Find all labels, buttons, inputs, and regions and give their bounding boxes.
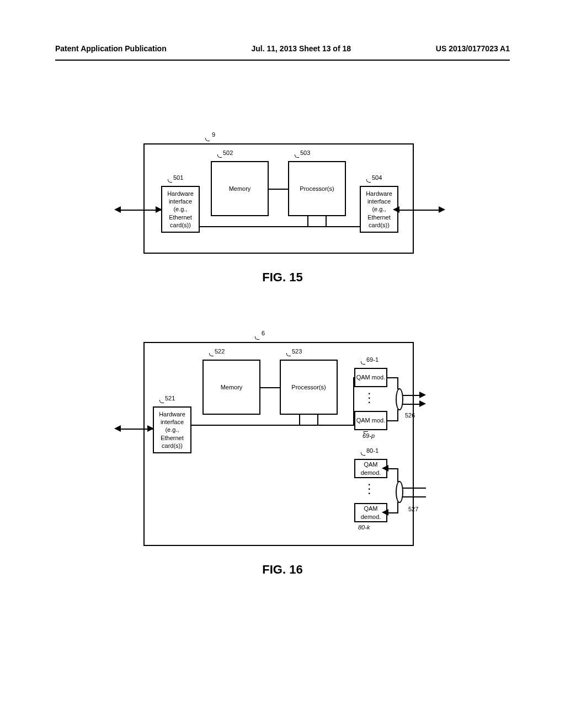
arrow-out-526a <box>419 392 426 398</box>
block-523: Processor(s) <box>280 360 338 415</box>
block-69-p: QAM mod. <box>354 411 387 430</box>
fig16-container: 6 Hardware interface (e.g., Ethernet car… <box>143 342 414 546</box>
ref-hook-69-1 <box>361 361 365 365</box>
line-proc-down1 <box>307 216 308 227</box>
block-502-text: Memory <box>229 185 251 192</box>
vdots-demod: ··· <box>368 483 370 496</box>
ref-hook-522 <box>209 353 214 356</box>
line-bus-16 <box>191 425 354 426</box>
line-522-523 <box>260 387 280 388</box>
block-521-text: Hardware interface (e.g., Ethernet card(… <box>154 410 190 449</box>
block-503-text: Processor(s) <box>300 185 334 192</box>
ref-80-k: 80-k <box>358 524 370 531</box>
ref-504: 504 <box>372 174 382 181</box>
figure-15: 9 Hardware interface (e.g., Ethernet car… <box>0 143 565 285</box>
ref-hook-6 <box>255 336 259 340</box>
combiner-526 <box>396 388 403 410</box>
fig16-label: FIG. 16 <box>0 563 565 577</box>
block-521: Hardware interface (e.g., Ethernet card(… <box>153 406 191 453</box>
fig15-label: FIG. 15 <box>0 270 565 285</box>
arrow-into-80-k <box>382 509 388 516</box>
block-501-text: Hardware interface (e.g., Ethernet card(… <box>162 190 199 229</box>
arrow-right-icon <box>439 206 445 213</box>
block-522-text: Memory <box>221 383 243 391</box>
block-522: Memory <box>202 360 260 415</box>
ref-501: 501 <box>173 174 183 181</box>
arrow-left-into-504 <box>393 206 399 213</box>
ref-hook-501 <box>168 179 172 183</box>
ref-80-1: 80-1 <box>366 447 379 454</box>
figure-16: 6 Hardware interface (e.g., Ethernet car… <box>0 342 565 577</box>
ref-69-p: 69-p <box>363 432 375 439</box>
block-69-p-text: QAM mod. <box>356 416 386 424</box>
arrow-into-80-1 <box>382 465 388 472</box>
ref-6: 6 <box>262 330 265 336</box>
ref-503: 503 <box>300 149 310 156</box>
header-right: US 2013/0177023 A1 <box>436 44 510 60</box>
ref-hook-504 <box>366 179 371 183</box>
ref-522: 522 <box>215 348 225 355</box>
ref-hook-503 <box>295 154 299 158</box>
block-69-1-text: QAM mod. <box>356 373 386 381</box>
fig15-container: 9 Hardware interface (e.g., Ethernet car… <box>143 143 414 254</box>
block-502: Memory <box>211 161 269 216</box>
ref-9: 9 <box>212 131 215 138</box>
ref-526: 526 <box>405 412 415 419</box>
vdots-mod: ··· <box>368 392 370 405</box>
arrow-out-526b <box>419 400 426 407</box>
block-504-text: Hardware interface (e.g., Ethernet card(… <box>361 190 397 229</box>
header-left: Patent Application Publication <box>55 44 167 60</box>
ref-hook-80-1 <box>361 452 365 456</box>
header-center: Jul. 11, 2013 Sheet 13 of 18 <box>252 44 351 60</box>
ref-hook-502 <box>217 154 222 158</box>
line-bus <box>200 226 360 227</box>
ref-hook-9 <box>205 138 210 141</box>
block-503: Processor(s) <box>288 161 346 216</box>
arrow-left-icon <box>114 206 121 213</box>
ref-523: 523 <box>292 348 302 355</box>
block-501: Hardware interface (e.g., Ethernet card(… <box>161 186 200 233</box>
ref-hook-523 <box>286 353 291 356</box>
ref-521: 521 <box>165 395 175 402</box>
line-ext-left <box>120 210 161 211</box>
ref-hook-521 <box>159 400 164 403</box>
page-header: Patent Application Publication Jul. 11, … <box>55 44 510 61</box>
arrow-right-into-501 <box>156 206 162 213</box>
block-523-text: Processor(s) <box>291 383 326 391</box>
ref-527: 527 <box>408 506 418 512</box>
line-mem-proc <box>269 189 288 190</box>
arrow-right-into-521 <box>147 425 154 432</box>
ref-502: 502 <box>223 149 233 156</box>
block-69-1: QAM mod. <box>354 368 387 387</box>
line-ext-right <box>398 210 440 211</box>
arrow-left-icon-16 <box>114 425 121 432</box>
ref-69-1: 69-1 <box>366 356 379 363</box>
line-proc-down2 <box>326 216 327 227</box>
splitter-527 <box>396 481 403 503</box>
